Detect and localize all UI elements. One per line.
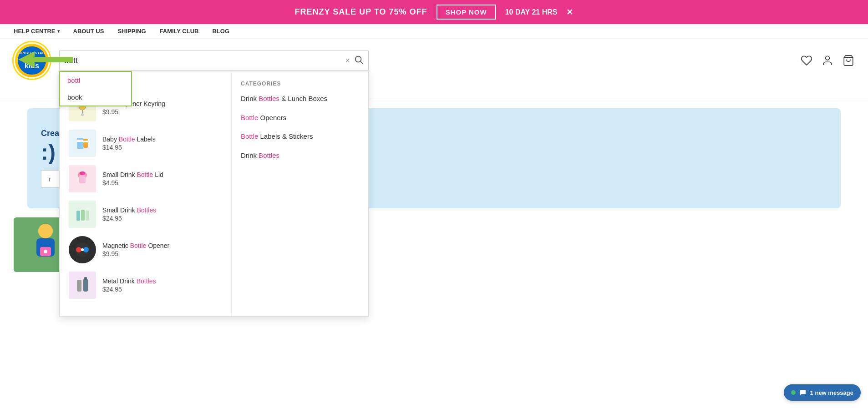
- search-box: ×: [59, 50, 369, 71]
- product-item-bottle-lid[interactable]: Small Drink Bottle Lid $4.95: [69, 165, 222, 192]
- svg-point-5: [81, 113, 84, 116]
- svg-rect-8: [83, 139, 88, 148]
- autocomplete-item-bottl[interactable]: bottl: [60, 72, 131, 89]
- account-icon: [822, 55, 833, 66]
- magnetic-opener-icon: [73, 241, 91, 259]
- svg-rect-6: [77, 138, 83, 149]
- product-item-magnetic-opener[interactable]: Magnetic Bottle Opener $9.95: [69, 236, 222, 263]
- product-info-magnetic-opener: Magnetic Bottle Opener $9.95: [102, 242, 169, 257]
- product-thumb-bottle-lid: [69, 165, 96, 192]
- svg-rect-7: [77, 140, 83, 142]
- clear-search-icon[interactable]: ×: [345, 56, 350, 65]
- search-submit-button[interactable]: [354, 55, 364, 67]
- svg-rect-20: [77, 280, 81, 292]
- svg-point-12: [80, 171, 85, 175]
- svg-point-1: [355, 56, 361, 62]
- svg-point-25: [38, 224, 53, 238]
- search-results-panel: PRODUCTS Bottle Opener Keyring $9.95: [59, 71, 369, 317]
- svg-point-28: [44, 250, 47, 253]
- top-nav: HELP CENTRE ▾ ABOUT US SHIPPING FAMILY C…: [0, 24, 868, 39]
- product-info-metal-bottles: Metal Drink Bottles $24.95: [102, 277, 156, 293]
- product-name-bottle-lid: Small Drink Bottle Lid: [102, 171, 163, 178]
- search-arrow-indicator: [18, 51, 73, 70]
- chevron-down-icon: ▾: [57, 29, 60, 34]
- product-name-baby-labels: Baby Bottle Labels: [102, 136, 156, 143]
- product-price-metal-bottles: $24.95: [102, 286, 156, 293]
- header-row: BRIGHT STAR ★ kids × bottl: [0, 39, 868, 82]
- nav-shipping[interactable]: SHIPPING: [117, 28, 146, 35]
- product-item-baby-labels[interactable]: Baby Bottle Labels $14.95: [69, 130, 222, 157]
- svg-point-19: [81, 248, 84, 251]
- shop-now-button[interactable]: SHOP NOW: [437, 5, 496, 20]
- svg-point-17: [76, 247, 81, 252]
- header-right-icons: [801, 55, 854, 66]
- product-price-keyring: $9.95: [102, 108, 165, 116]
- close-banner-button[interactable]: ✕: [566, 7, 573, 17]
- svg-rect-22: [84, 277, 87, 280]
- svg-rect-9: [83, 141, 88, 142]
- svg-point-23: [826, 56, 830, 60]
- product-info-bottle-lid: Small Drink Bottle Lid $4.95: [102, 171, 163, 186]
- product-thumb-baby-labels: [69, 130, 96, 157]
- nav-blog[interactable]: BLOG: [212, 28, 229, 35]
- product-price-bottle-lid: $4.95: [102, 179, 163, 186]
- metal-bottles-icon: [73, 276, 91, 294]
- product-price-small-bottles: $24.95: [102, 215, 156, 222]
- product-thumb-metal-bottles: [69, 272, 96, 299]
- product-price-magnetic-opener: $9.95: [102, 250, 169, 257]
- svg-marker-0: [18, 51, 73, 68]
- search-container: × bottl book PRODUCTS: [59, 50, 369, 71]
- account-button[interactable]: [822, 55, 833, 66]
- results-products: PRODUCTS Bottle Opener Keyring $9.95: [60, 71, 232, 316]
- search-input[interactable]: [64, 56, 345, 65]
- heart-icon: [801, 55, 812, 66]
- nav-about-us[interactable]: ABOUT US: [73, 28, 104, 35]
- top-banner: FRENZY SALE UP TO 75% OFF SHOP NOW 10 DA…: [0, 0, 868, 24]
- autocomplete-dropdown: bottl book: [59, 71, 132, 106]
- nav-help-centre[interactable]: HELP CENTRE ▾: [14, 28, 60, 35]
- timer-text: 10 DAY 21 HRS: [505, 8, 558, 16]
- labels-icon: [73, 134, 91, 152]
- bottle-lid-icon: [73, 170, 91, 188]
- search-icon: [354, 55, 364, 65]
- svg-line-2: [360, 61, 363, 64]
- results-categories: CATEGORIES Drink Bottles & Lunch Boxes B…: [232, 71, 368, 316]
- svg-rect-15: [86, 211, 89, 221]
- product-info-small-bottles: Small Drink Bottles $24.95: [102, 207, 156, 222]
- product-thumb-small-bottles: [69, 201, 96, 228]
- product-item-metal-bottles[interactable]: Metal Drink Bottles $24.95: [69, 272, 222, 299]
- svg-rect-13: [76, 211, 80, 221]
- product-name-magnetic-opener: Magnetic Bottle Opener: [102, 242, 169, 249]
- sale-text: FRENZY SALE UP TO 75% OFF: [295, 7, 427, 17]
- category-bottle-labels-stickers[interactable]: Bottle Labels & Stickers: [241, 132, 359, 141]
- wishlist-button[interactable]: [801, 55, 812, 66]
- svg-rect-14: [81, 210, 85, 221]
- product-name-metal-bottles: Metal Drink Bottles: [102, 277, 156, 285]
- cart-button[interactable]: [843, 55, 854, 66]
- product-item-small-bottles[interactable]: Small Drink Bottles $24.95: [69, 201, 222, 228]
- category-drink-bottles-lunch[interactable]: Drink Bottles & Lunch Boxes: [241, 94, 359, 103]
- product-name-small-bottles: Small Drink Bottles: [102, 207, 156, 214]
- autocomplete-item-book[interactable]: book: [60, 89, 131, 106]
- nav-family-club[interactable]: FAMILY CLUB: [160, 28, 199, 35]
- product-price-baby-labels: $14.95: [102, 144, 156, 151]
- category-bottle-openers[interactable]: Bottle Openers: [241, 113, 359, 122]
- product-info-baby-labels: Baby Bottle Labels $14.95: [102, 136, 156, 151]
- cart-icon: [843, 55, 854, 66]
- girl-backpack-illustration: [27, 222, 64, 267]
- small-bottles-icon: [73, 205, 91, 223]
- nav-help-centre-label: HELP CENTRE: [14, 28, 56, 35]
- svg-rect-11: [79, 175, 86, 183]
- product-thumb-magnetic-opener: [69, 236, 96, 263]
- svg-rect-21: [83, 279, 88, 292]
- categories-section-title: CATEGORIES: [241, 81, 359, 87]
- svg-point-18: [83, 247, 89, 252]
- category-drink-bottles[interactable]: Drink Bottles: [241, 151, 359, 160]
